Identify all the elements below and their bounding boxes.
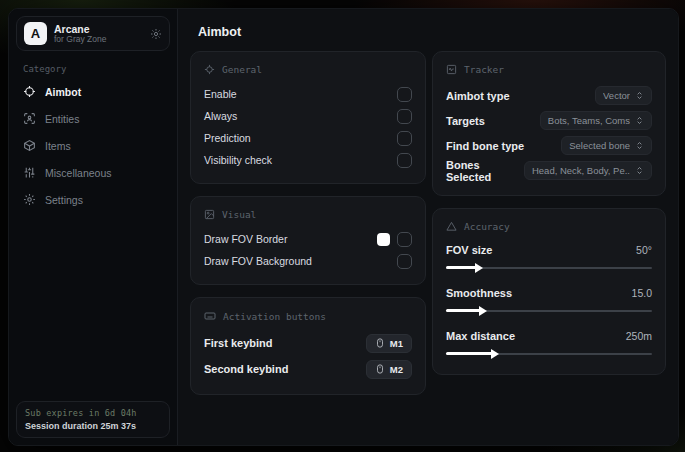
keybind-value: M1 — [390, 338, 403, 349]
second-keybind-button[interactable]: M2 — [366, 360, 412, 379]
setting-label: First keybind — [204, 337, 272, 349]
setting-label: Draw FOV Border — [204, 233, 287, 245]
smoothness-slider[interactable] — [446, 305, 652, 317]
accuracy-panel-header: Accuracy — [446, 221, 652, 232]
setting-label: Visibility check — [204, 154, 272, 166]
setting-row: Always — [204, 105, 412, 127]
setting-label: Find bone type — [446, 140, 524, 152]
draw-fov-border-checkbox[interactable] — [397, 232, 412, 247]
scan-icon — [23, 112, 36, 125]
activity-icon — [446, 64, 457, 75]
enable-checkbox[interactable] — [397, 87, 412, 102]
slider-fill — [446, 309, 481, 312]
slider-thumb[interactable] — [479, 306, 487, 316]
sidebar-item-label: Items — [45, 140, 71, 152]
brand-text: Arcane for Gray Zone — [54, 23, 143, 45]
chevrons-up-down-icon — [635, 91, 644, 100]
max-distance-value: 250m — [626, 330, 652, 342]
panel-title: Accuracy — [464, 221, 510, 232]
sliders-icon — [23, 166, 36, 179]
first-keybind-button[interactable]: M1 — [366, 334, 412, 353]
smoothness-group: Smoothness 15.0 — [446, 283, 652, 317]
sidebar-item-label: Entities — [45, 113, 79, 125]
crosshair-icon — [23, 85, 36, 98]
tracker-panel-header: Tracker — [446, 64, 652, 75]
always-checkbox[interactable] — [397, 109, 412, 124]
gear-icon[interactable] — [150, 28, 162, 40]
prediction-checkbox[interactable] — [397, 131, 412, 146]
setting-row: First keybind M1 — [204, 330, 412, 356]
targets-select[interactable]: Bots, Teams, Coms — [540, 111, 652, 130]
sidebar-item-label: Aimbot — [45, 86, 81, 98]
sub-expires-text: Sub expires in 6d 04h — [25, 408, 161, 418]
sidebar-item-miscellaneous[interactable]: Miscellaneous — [9, 159, 177, 186]
aimbot-type-select[interactable]: Vector — [595, 86, 652, 105]
sidebar-item-settings[interactable]: Settings — [9, 186, 177, 213]
setting-row: Draw FOV Background — [204, 250, 412, 272]
accuracy-panel: Accuracy FOV size 50° — [432, 208, 666, 375]
setting-label: Enable — [204, 88, 237, 100]
sidebar-item-items[interactable]: Items — [9, 132, 177, 159]
max-distance-slider[interactable] — [446, 348, 652, 360]
setting-row: Find bone type Selected bone — [446, 133, 652, 158]
cheat-menu-window: A Arcane for Gray Zone Category Aimbot — [8, 8, 679, 446]
left-column: General Enable Always Prediction — [190, 51, 426, 395]
slider-thumb[interactable] — [475, 263, 483, 273]
sidebar-item-aimbot[interactable]: Aimbot — [9, 78, 177, 105]
crosshair-icon — [204, 64, 215, 75]
panel-title: Visual — [222, 209, 256, 220]
image-icon — [204, 209, 215, 220]
fov-size-slider[interactable] — [446, 262, 652, 274]
panel-title: Tracker — [464, 64, 504, 75]
brand-card[interactable]: A Arcane for Gray Zone — [16, 16, 170, 51]
visual-panel: Visual Draw FOV Border Draw FOV Backgrou… — [190, 196, 426, 285]
subscription-card: Sub expires in 6d 04h Session duration 2… — [16, 401, 170, 438]
chevrons-up-down-icon — [635, 166, 644, 175]
setting-label: Aimbot type — [446, 90, 510, 102]
box-icon — [23, 139, 36, 152]
right-column: Tracker Aimbot type Vector — [432, 51, 666, 375]
gear-icon — [23, 193, 36, 206]
sidebar-nav: Aimbot Entities Items — [9, 78, 177, 213]
setting-row: Aimbot type Vector — [446, 83, 652, 108]
select-value: Vector — [603, 90, 630, 101]
bones-selected-select[interactable]: Head, Neck, Body, Pe.. — [524, 161, 652, 180]
smoothness-value: 15.0 — [632, 287, 652, 299]
max-distance-group: Max distance 250m — [446, 326, 652, 360]
draw-fov-background-checkbox[interactable] — [397, 254, 412, 269]
setting-row: Prediction — [204, 127, 412, 149]
slider-fill — [446, 266, 477, 269]
setting-label: FOV size — [446, 244, 492, 256]
select-value: Head, Neck, Body, Pe.. — [532, 165, 630, 176]
triangle-icon — [446, 221, 457, 232]
sidebar-item-entities[interactable]: Entities — [9, 105, 177, 132]
chevrons-up-down-icon — [635, 116, 644, 125]
tracker-panel: Tracker Aimbot type Vector — [432, 51, 666, 196]
general-panel-header: General — [204, 64, 412, 75]
setting-label: Draw FOV Background — [204, 255, 312, 267]
setting-row: Second keybind M2 — [204, 356, 412, 382]
visibility-check-checkbox[interactable] — [397, 153, 412, 168]
setting-row: Targets Bots, Teams, Coms — [446, 108, 652, 133]
select-value: Bots, Teams, Coms — [548, 115, 630, 126]
setting-row: Visibility check — [204, 149, 412, 171]
activation-panel: Activation buttons First keybind M1 — [190, 297, 426, 395]
fov-border-color-swatch[interactable] — [377, 233, 390, 246]
page-title: Aimbot — [198, 25, 666, 39]
find-bone-type-select[interactable]: Selected bone — [561, 136, 652, 155]
mouse-icon — [375, 364, 385, 374]
app-logo: A — [24, 22, 47, 45]
slider-thumb[interactable] — [491, 349, 499, 359]
chevrons-up-down-icon — [635, 141, 644, 150]
activation-panel-header: Activation buttons — [204, 310, 412, 322]
setting-label: Second keybind — [204, 363, 288, 375]
app-logo-letter: A — [31, 26, 40, 41]
setting-row: Enable — [204, 83, 412, 105]
sidebar-item-label: Settings — [45, 194, 83, 206]
sidebar-item-label: Miscellaneous — [45, 167, 112, 179]
setting-row: Draw FOV Border — [204, 228, 412, 250]
fov-size-value: 50° — [636, 244, 652, 256]
app-subtitle: for Gray Zone — [54, 35, 143, 45]
mouse-icon — [375, 338, 385, 348]
main-content: Aimbot General Enable — [178, 9, 678, 445]
